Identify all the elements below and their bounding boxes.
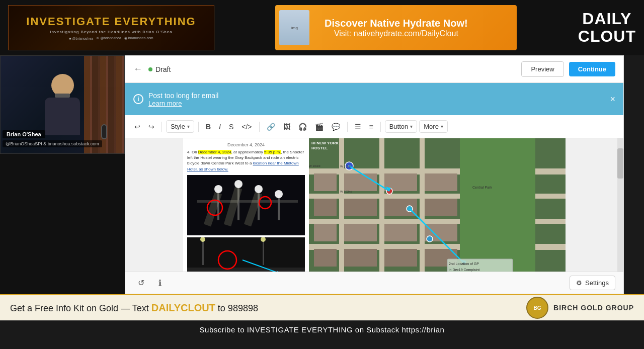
native-hydrate-text: Discover Native Hydrate Now! Visit: nati… [325, 18, 468, 38]
top-area: INVESTIGATE EVERYTHING Investigating Bey… [0, 0, 644, 55]
native-hydrate-banner[interactable]: img Discover Native Hydrate Now! Visit: … [275, 5, 517, 50]
alert-icon: i [133, 94, 143, 104]
bold-button[interactable]: B [203, 121, 214, 133]
svg-rect-42 [344, 173, 377, 191]
button-dropdown[interactable]: Button ▾ [385, 120, 418, 133]
document-area: December 4, 2024 4. On December 4, 2024,… [183, 138, 566, 272]
comment-button[interactable]: 💬 [329, 121, 343, 133]
product-image: img [279, 10, 309, 45]
svg-rect-15 [187, 237, 305, 272]
alert-close-button[interactable]: × [610, 94, 615, 105]
doc-left: December 4, 2024 4. On December 4, 2024,… [183, 138, 309, 272]
subscribe-text: Subscribe to INVESTIGATE EVERYTHING on S… [200, 325, 445, 334]
svg-rect-43 [344, 199, 377, 216]
svg-rect-39 [460, 138, 535, 272]
gold-text-highlight: DAILYCLOUT [151, 302, 215, 313]
svg-rect-49 [314, 249, 337, 267]
svg-point-62 [427, 236, 433, 242]
info-button[interactable]: ℹ [152, 276, 168, 291]
main-content: Brian O'Shea @BrianOSheaSPI & brianoshea… [0, 55, 644, 294]
svg-rect-40 [314, 173, 337, 191]
investigate-title: INVESTIGATE EVERYTHING [26, 15, 196, 28]
style-chevron: ▾ [187, 124, 190, 129]
numbered-list-button[interactable]: ≡ [366, 121, 376, 133]
audio-button[interactable]: 🎧 [295, 121, 310, 133]
logo-line1: DAILY [578, 10, 636, 28]
editor-panel: ← Draft Preview Continue i Post too long… [125, 55, 624, 294]
investigate-subtitle: Investigating Beyond the Headlines with … [50, 30, 172, 34]
alert-learn-more-link[interactable]: Learn more [148, 100, 218, 107]
style-label: Style [171, 123, 185, 130]
svg-rect-34 [339, 138, 344, 272]
svg-rect-5 [278, 195, 280, 220]
doc-number: 4. [187, 150, 192, 154]
svg-rect-41 [314, 199, 337, 216]
doc-photo-1 [187, 175, 305, 235]
strikethrough-button[interactable]: S [226, 121, 236, 133]
gold-banner-text: Get a Free Info Kit on Gold — Text DAILY… [10, 302, 258, 314]
left-dark-area [0, 154, 125, 294]
back-button[interactable]: ← [133, 64, 142, 74]
image-button[interactable]: 🖼 [280, 121, 293, 133]
toolbar-divider-5 [380, 122, 381, 132]
alert-banner: i Post too long for email Learn more × [125, 83, 623, 115]
daily-clout-logo: DAILY CLOUT [578, 10, 636, 45]
button-label: Button [389, 123, 409, 130]
preview-button[interactable]: Preview [521, 61, 564, 77]
draft-label: Draft [155, 65, 171, 73]
settings-button[interactable]: ⚙ Settings [570, 276, 615, 290]
svg-rect-47 [425, 199, 457, 216]
doc-link: location near the Midtown Hotel, as show… [187, 161, 299, 171]
more-label: More [424, 123, 439, 130]
social-icon-1: ■ @brianoshea [69, 36, 93, 40]
toolbar-divider-2 [198, 122, 199, 132]
editor-content[interactable]: December 4, 2024 4. On December 4, 2024,… [125, 138, 623, 272]
svg-rect-51 [344, 249, 377, 267]
more-chevron: ▾ [441, 124, 443, 129]
svg-rect-18 [263, 240, 264, 265]
webcam-area: Brian O'Shea @BrianOSheaSPI & brianoshea… [0, 55, 125, 154]
doc-highlight-time: 5:35 p.m. [264, 150, 281, 154]
webcam-feed [1, 56, 124, 153]
svg-rect-48 [314, 224, 337, 241]
italic-button[interactable]: I [216, 121, 224, 133]
editor-footer-left: ↺ ℹ [133, 276, 168, 291]
svg-rect-35 [379, 138, 384, 272]
editor-header-right: Preview Continue [521, 61, 615, 77]
svg-rect-36 [420, 138, 425, 272]
svg-text:HI NEW YORK: HI NEW YORK [311, 141, 339, 145]
investigate-banner: INVESTIGATE EVERYTHING Investigating Bey… [8, 5, 214, 50]
svg-rect-52 [384, 224, 417, 241]
svg-text:in Dec19 Complaint: in Dec19 Complaint [449, 268, 479, 272]
native-hydrate-title: Discover Native Hydrate Now! [325, 18, 468, 29]
continue-button[interactable]: Continue [569, 62, 615, 76]
doc-text: 4. On December 4, 2024, at approximately… [187, 149, 305, 172]
history-button[interactable]: ↺ [133, 276, 148, 291]
svg-text:W 103rd: W 103rd [309, 164, 320, 167]
gold-text-prefix: Get a Free Info Kit on Gold — Text [10, 303, 151, 313]
webcam-name: Brian O'Shea [7, 131, 41, 137]
logo-line2: CLOUT [578, 28, 636, 45]
social-icon-3: ◉ brianoshea.com [124, 36, 153, 40]
investigate-icons: ■ @brianoshea ✕ @brianoshea ◉ brianoshea… [69, 36, 153, 40]
webcam-handle-text: @BrianOSheaSPI & brianoshea.substack.com [6, 141, 99, 146]
doc-date: December 4, 2024 [187, 142, 305, 147]
doc-map: HI NEW YORK HOSTEL H [309, 138, 566, 272]
redo-button[interactable]: ↪ [145, 121, 157, 133]
scrollbar-thumb[interactable] [617, 148, 623, 179]
code-button[interactable]: </> [238, 121, 255, 133]
link-button[interactable]: 🔗 [264, 121, 278, 133]
birch-logo-icon: BG [526, 297, 548, 319]
subscribe-ticker: Subscribe to INVESTIGATE EVERYTHING on S… [0, 320, 644, 338]
svg-point-8 [255, 185, 263, 193]
doc-photo-2 [187, 237, 305, 272]
undo-button[interactable]: ↩ [131, 121, 143, 133]
editor-scrollbar[interactable] [617, 138, 623, 272]
video-button[interactable]: 🎬 [312, 121, 327, 133]
settings-icon: ⚙ [576, 279, 582, 287]
style-dropdown[interactable]: Style ▾ [166, 120, 194, 133]
more-dropdown[interactable]: More ▾ [419, 120, 448, 133]
bullet-list-button[interactable]: ☰ [352, 121, 364, 133]
draft-status: Draft [148, 65, 171, 73]
svg-text:W 102nd: W 102nd [340, 190, 352, 193]
